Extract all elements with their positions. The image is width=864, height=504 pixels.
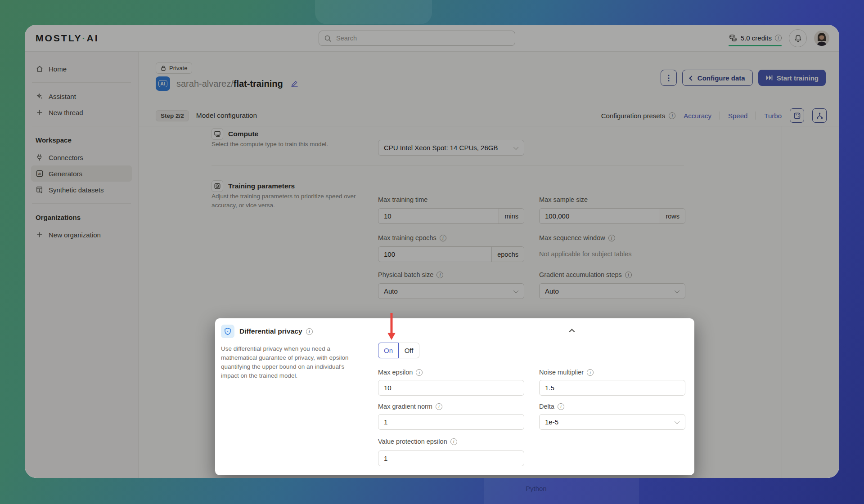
max-training-time-label: Max training time [378,196,428,203]
max-sequence-window-note: Not applicable for subject tables [539,250,632,258]
logo-dot: · [82,33,87,43]
max-sample-size-field: rows [539,208,685,224]
sidebar-item-generators[interactable]: AI Generators [31,165,132,182]
compute-type-select[interactable]: CPU Intel Xeon Spot: 14 CPUs, 26GB [378,140,524,156]
visibility-badge: Private [156,62,192,74]
model-tree-button[interactable] [812,108,827,123]
gradient-accumulation-steps-label: Gradient accumulation steps i [539,271,632,278]
assistant-sparkle-icon [36,92,44,100]
configuration-scroll-area[interactable]: Compute Select the compute type to train… [139,126,839,478]
differential-privacy-description: Use differential privacy when you need a… [221,344,356,380]
start-training-button[interactable]: Start training [758,70,826,86]
header-actions: ⋮ Configure data Start training [661,70,826,86]
background-python-label: Python [526,485,547,492]
max-sample-size-unit: rows [660,209,685,223]
generators-ai-icon: AI [36,169,44,178]
more-options-button[interactable]: ⋮ [661,70,677,86]
home-icon [36,65,44,73]
max-epsilon-info-icon[interactable]: i [416,369,423,376]
max-training-epochs-label: Max training epochs i [378,234,446,241]
rename-project-button[interactable] [289,79,300,89]
search-input[interactable] [336,31,510,45]
max-gradient-norm-info-icon[interactable]: i [436,403,442,410]
value-protection-epsilon-label: Value protection epsilon i [378,438,457,445]
configure-data-button[interactable]: Configure data [682,70,753,86]
sidebar-divider [32,82,131,83]
max-sample-size-label: Max sample size [539,196,588,203]
max-training-epochs-unit: epochs [491,247,524,262]
credits-indicator[interactable]: 5.0 credits i [729,33,782,43]
project-name: flat-training [234,79,283,89]
search-icon [324,35,332,43]
sidebar-item-connectors[interactable]: Connectors [31,149,132,165]
delta-info-icon[interactable]: i [558,403,564,410]
delta-label: Delta i [539,403,564,410]
sidebar-item-assistant[interactable]: Assistant [31,88,132,104]
delta-select[interactable]: 1e-5 [539,414,685,430]
max-training-epochs-input[interactable] [378,247,491,262]
max-training-time-unit: mins [499,209,524,223]
sidebar-item-synthetic-datasets[interactable]: Synthetic datasets [31,182,132,198]
value-protection-epsilon-info-icon[interactable]: i [450,438,457,445]
mostly-ai-logo[interactable]: MOSTLY·AI [36,33,99,44]
sidebar-divider [32,126,131,126]
max-training-time-field: mins [378,208,524,224]
avatar-image [814,31,829,46]
svg-text:AI: AI [38,172,41,175]
max-epsilon-input[interactable] [378,380,524,395]
user-avatar[interactable] [814,31,829,46]
presets-label: Configuration presets i [601,112,676,120]
differential-privacy-toggle: On Off [378,343,419,358]
background-artifact [315,0,432,24]
node-tree-icon [816,112,824,120]
chevron-down-icon [675,419,680,424]
toggle-off-button[interactable]: Off [399,343,419,358]
gradient-accumulation-steps-info-icon[interactable]: i [625,272,632,278]
credits-info-icon[interactable]: i [775,35,782,41]
sidebar-item-home[interactable]: Home [31,61,132,77]
noise-multiplier-info-icon[interactable]: i [587,369,594,376]
max-sequence-window-label: Max sequence window i [539,234,615,241]
randomize-dice-button[interactable] [790,108,804,123]
notifications-button[interactable] [789,29,807,47]
top-navbar: MOSTLY·AI 5.0 credits i [25,25,839,52]
sidebar-item-new-organization[interactable]: New organization [31,227,132,243]
gradient-accumulation-steps-select[interactable]: Auto [539,283,685,299]
chevron-down-icon [675,288,680,293]
value-protection-epsilon-input[interactable] [378,451,524,466]
background-panel [484,478,639,504]
sidebar-divider [32,203,131,204]
max-training-time-input[interactable] [378,209,499,223]
physical-batch-size-info-icon[interactable]: i [436,272,443,278]
compute-description: Select the compute type to train this mo… [212,140,362,149]
chevron-up-icon [569,329,575,335]
differential-privacy-info-icon[interactable]: i [306,328,313,335]
preset-accuracy-link[interactable]: Accuracy [684,112,711,120]
value-protection-epsilon-field [378,450,524,466]
chevron-down-icon [513,144,518,149]
sidebar-item-new-thread[interactable]: New thread [31,104,132,120]
preset-turbo-link[interactable]: Turbo [764,112,782,120]
section-divider [212,165,684,165]
credits-coins-icon [729,33,738,42]
compute-chip-icon [212,128,223,140]
max-sequence-window-info-icon[interactable]: i [608,235,615,241]
chevron-down-icon [513,288,518,293]
presets-info-icon[interactable]: i [669,112,675,119]
max-training-epochs-info-icon[interactable]: i [440,235,446,241]
physical-batch-size-select[interactable]: Auto [378,283,524,299]
physical-batch-size-label: Physical batch size i [378,271,443,278]
sidebar: Home Assistant New thread Workspace Conn… [25,52,139,478]
plus-icon [36,231,44,239]
main-content: Private AI sarah-alvarez/flat-training ⋮… [139,52,839,478]
noise-multiplier-input[interactable] [540,380,685,395]
max-epsilon-field [378,380,524,396]
max-sample-size-input[interactable] [540,209,660,223]
project-title: sarah-alvarez/flat-training [176,79,283,89]
collapse-section-button[interactable] [565,326,577,337]
max-gradient-norm-input[interactable] [378,415,524,429]
preset-speed-link[interactable]: Speed [728,112,747,120]
compute-section-title: Compute [212,128,258,140]
toggle-on-button[interactable]: On [378,343,399,358]
step-bar: Step 2/2 Model configuration Configurati… [139,105,839,126]
